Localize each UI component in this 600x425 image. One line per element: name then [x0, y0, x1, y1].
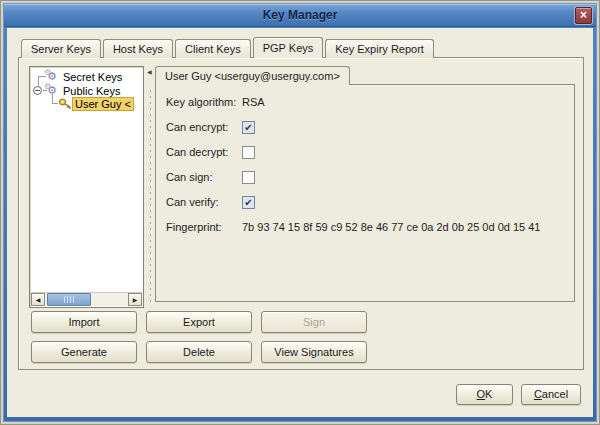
field-key-algorithm: Key algorithm: RSA	[166, 95, 566, 109]
view-signatures-button[interactable]: View Signatures	[261, 341, 367, 363]
field-label: Can encrypt:	[166, 121, 242, 133]
scroll-right-button[interactable]: ▶	[128, 293, 142, 306]
cancel-accel: C	[534, 388, 542, 400]
scroll-right-icon: ▶	[133, 297, 138, 303]
scroll-thumb-grip	[64, 296, 75, 303]
field-label: Can decrypt:	[166, 146, 242, 158]
can-sign-checkbox[interactable]	[242, 171, 255, 184]
tree-horizontal-scrollbar[interactable]: ◀ ▶	[31, 292, 142, 306]
tabbar: Server Keys Host Keys Client Keys PGP Ke…	[21, 37, 436, 58]
fingerprint-value: 7b 93 74 15 8f 59 c9 52 8e 46 77 ce 0a 2…	[242, 221, 540, 233]
key-icon	[59, 98, 72, 109]
key-detail-panel: Key algorithm: RSA Can encrypt: ✔ Can de…	[155, 84, 575, 302]
key-tree[interactable]: ⚙ Secret Keys ⚙ Public Keys User Guy <	[29, 66, 144, 308]
titlebar[interactable]: Key Manager ×	[4, 4, 596, 27]
tree-connector	[52, 103, 58, 104]
field-label: Fingerprint:	[166, 221, 242, 233]
scroll-left-icon: ◀	[36, 297, 41, 303]
selected-key-header-tab[interactable]: User Guy <userguy@userguy.com>	[155, 66, 350, 85]
cancel-button[interactable]: Cancel	[521, 384, 581, 405]
window-frame: Key Manager × Server Keys Host Keys Clie…	[3, 3, 597, 422]
export-button[interactable]: Export	[146, 311, 252, 333]
tab-server-keys[interactable]: Server Keys	[21, 39, 101, 58]
field-can-decrypt: Can decrypt:	[166, 145, 566, 159]
field-label: Can verify:	[166, 196, 242, 208]
tree-item-user-guy[interactable]: User Guy <	[59, 97, 133, 110]
dialog-content: Server Keys Host Keys Client Keys PGP Ke…	[7, 28, 593, 417]
cancel-rest: ancel	[542, 388, 568, 400]
key-algorithm-value: RSA	[242, 96, 265, 108]
splitter-collapse-icon: ◀	[147, 68, 152, 76]
ok-button[interactable]: OK	[456, 384, 513, 405]
scroll-left-button[interactable]: ◀	[31, 293, 45, 306]
tab-client-keys[interactable]: Client Keys	[175, 39, 251, 58]
can-decrypt-checkbox[interactable]	[242, 146, 255, 159]
tab-pgp-keys[interactable]: PGP Keys	[253, 37, 324, 58]
can-verify-checkbox[interactable]: ✔	[242, 196, 255, 209]
tree-item-label: Secret Keys	[61, 71, 124, 83]
field-can-encrypt: Can encrypt: ✔	[166, 120, 566, 134]
tab-host-keys[interactable]: Host Keys	[103, 39, 173, 58]
field-fingerprint: Fingerprint: 7b 93 74 15 8f 59 c9 52 8e …	[166, 220, 566, 234]
can-encrypt-checkbox[interactable]: ✔	[242, 121, 255, 134]
field-label: Can sign:	[166, 171, 242, 183]
gears-icon: ⚙	[47, 85, 61, 96]
tree-item-public-keys[interactable]: ⚙ Public Keys	[47, 84, 122, 97]
delete-button[interactable]: Delete	[146, 341, 252, 363]
close-icon: ×	[580, 8, 587, 22]
tree-item-label-selected: User Guy <	[73, 98, 133, 110]
tab-key-expiry-report[interactable]: Key Expiry Report	[325, 39, 434, 58]
close-button[interactable]: ×	[575, 7, 592, 24]
tree-expander-icon[interactable]	[33, 86, 42, 95]
scroll-track[interactable]	[45, 293, 128, 306]
field-label: Key algorithm:	[166, 96, 242, 108]
tree-item-secret-keys[interactable]: ⚙ Secret Keys	[47, 70, 124, 83]
generate-button[interactable]: Generate	[31, 341, 137, 363]
scroll-thumb[interactable]	[47, 293, 91, 306]
splitter-handle[interactable]: ◀	[147, 66, 154, 308]
sign-button[interactable]: Sign	[261, 311, 367, 333]
ok-accel: O	[477, 388, 486, 400]
window-title: Key Manager	[4, 4, 596, 27]
key-manager-window: Key Manager × Server Keys Host Keys Clie…	[0, 0, 600, 425]
field-can-sign: Can sign:	[166, 170, 566, 184]
tree-item-label: Public Keys	[61, 85, 122, 97]
ok-rest: K	[485, 388, 492, 400]
import-button[interactable]: Import	[31, 311, 137, 333]
field-can-verify: Can verify: ✔	[166, 195, 566, 209]
